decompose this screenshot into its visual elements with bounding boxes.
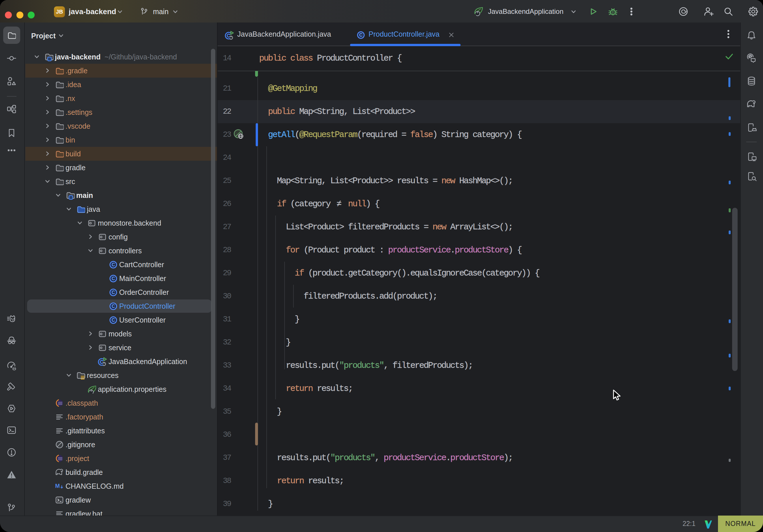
svg-text:C: C (359, 33, 363, 38)
svg-text:C: C (111, 276, 115, 281)
svg-text:M: M (55, 483, 60, 489)
svg-text:C: C (111, 318, 115, 323)
svg-text:C: C (111, 262, 115, 267)
svg-text:C: C (111, 290, 115, 295)
svg-text:C: C (111, 304, 115, 309)
